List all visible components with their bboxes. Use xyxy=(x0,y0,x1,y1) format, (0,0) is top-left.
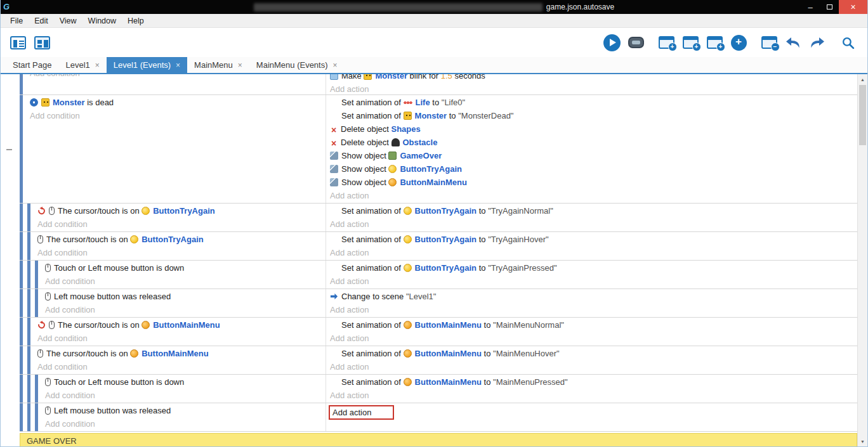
action-line[interactable]: Show object ButtonTryAgain xyxy=(330,162,857,176)
indent-bar[interactable] xyxy=(20,74,23,94)
condition-line[interactable]: The cursor/touch is on ButtonMainMenu xyxy=(37,318,326,332)
indent-bar[interactable] xyxy=(20,232,23,260)
templates-button[interactable] xyxy=(758,31,780,54)
condition-line[interactable]: The cursor/touch is on ButtonTryAgain xyxy=(37,204,326,217)
tab-level1[interactable]: Level1 × xyxy=(58,57,106,73)
indent-bar[interactable] xyxy=(20,346,23,374)
condition-line[interactable]: Left mouse button was released xyxy=(45,404,326,417)
add-event-button[interactable] xyxy=(655,31,677,54)
action-line[interactable]: Make Monster blink for 1.5 seconds xyxy=(330,74,857,82)
add-action[interactable]: Add action xyxy=(330,246,857,259)
action-line[interactable]: Show object ButtonMainMenu xyxy=(330,176,857,189)
indent-bar[interactable] xyxy=(35,289,38,317)
action-line[interactable]: ×Delete object Shapes xyxy=(330,122,857,136)
add-condition[interactable]: Add condition xyxy=(37,217,326,231)
indent-bar[interactable] xyxy=(20,261,23,288)
indent-bar[interactable] xyxy=(27,289,30,317)
minimize-button[interactable]: – xyxy=(801,0,820,14)
add-condition[interactable]: Add condition xyxy=(30,74,326,80)
condition-line[interactable]: The cursor/touch is on ButtonMainMenu xyxy=(37,347,326,360)
menu-view[interactable]: View xyxy=(54,14,82,28)
action-line[interactable]: Change to scene "Level1" xyxy=(330,290,857,303)
tab-mainmenu-events[interactable]: MainMenu (Events) × xyxy=(249,57,345,73)
add-action[interactable]: Add action xyxy=(330,389,857,402)
condition-line[interactable]: The cursor/touch is on ButtonTryAgain xyxy=(37,233,326,246)
condition-line[interactable]: Touch or Left mouse button is down xyxy=(45,375,326,389)
condition-line[interactable]: Touch or Left mouse button is down xyxy=(45,261,326,275)
debugger-button[interactable] xyxy=(625,31,647,54)
tab-close-icon[interactable]: × xyxy=(333,61,338,70)
add-condition[interactable]: Add condition xyxy=(37,246,326,259)
collapse-handle[interactable] xyxy=(6,149,12,150)
indent-bar[interactable] xyxy=(27,232,30,260)
add-condition[interactable]: Add condition xyxy=(45,275,326,288)
condition-line[interactable]: Left mouse button was released xyxy=(45,290,326,303)
menu-window[interactable]: Window xyxy=(82,14,122,28)
add-subevent-button[interactable] xyxy=(680,31,701,54)
indent-bar[interactable] xyxy=(20,95,23,203)
indent-bar[interactable] xyxy=(20,289,23,317)
add-condition[interactable]: Add condition xyxy=(30,109,326,122)
add-condition[interactable]: Add condition xyxy=(45,417,326,431)
indent-bar[interactable] xyxy=(20,375,23,403)
add-condition[interactable]: Add condition xyxy=(37,360,326,373)
tab-mainmenu[interactable]: MainMenu × xyxy=(187,57,249,73)
add-action[interactable]: Add action xyxy=(330,303,857,316)
add-condition[interactable]: Add condition xyxy=(37,332,326,345)
add-action[interactable]: Add action xyxy=(330,82,857,95)
scroll-up-button[interactable]: ▲ xyxy=(858,74,867,84)
add-new-button[interactable] xyxy=(728,31,749,54)
action-line[interactable]: Set animation of ButtonMainMenu to "Main… xyxy=(330,347,857,360)
action-line[interactable]: Set animation of ButtonTryAgain to "TryA… xyxy=(330,204,857,217)
indent-bar[interactable] xyxy=(20,318,23,346)
menu-file[interactable]: File xyxy=(4,14,29,28)
indent-bar[interactable] xyxy=(35,375,38,403)
maximize-button[interactable] xyxy=(820,0,839,14)
menu-edit[interactable]: Edit xyxy=(29,14,54,28)
redo-button[interactable] xyxy=(806,31,828,54)
add-comment-button[interactable] xyxy=(704,31,725,54)
add-action[interactable]: Add action xyxy=(330,275,857,288)
preview-play-button[interactable] xyxy=(601,31,622,54)
add-action-highlighted[interactable]: Add action xyxy=(329,405,394,420)
tab-level1-events[interactable]: Level1 (Events) × xyxy=(107,57,187,73)
action-line[interactable]: Set animation of ButtonMainMenu to "Main… xyxy=(330,375,857,389)
add-action[interactable]: Add action xyxy=(330,189,857,202)
add-condition[interactable]: Add condition xyxy=(45,389,326,402)
action-line[interactable]: Set animation of Monster to "MonsterDead… xyxy=(330,109,857,122)
close-button[interactable]: × xyxy=(839,0,867,14)
action-line[interactable]: Set animation of ButtonTryAgain to "TryA… xyxy=(330,233,857,246)
tab-close-icon[interactable]: × xyxy=(238,61,242,70)
action-line[interactable]: Set animation of ButtonMainMenu to "Main… xyxy=(330,318,857,332)
add-action[interactable]: Add action xyxy=(330,217,857,231)
tab-close-icon[interactable]: × xyxy=(95,61,100,70)
scroll-down-button[interactable]: ▼ xyxy=(858,436,867,446)
indent-bar[interactable] xyxy=(27,261,30,288)
indent-bar[interactable] xyxy=(20,403,23,431)
objects-editor-button[interactable] xyxy=(31,31,53,54)
tab-start-page[interactable]: Start Page xyxy=(6,57,58,73)
menu-help[interactable]: Help xyxy=(122,14,150,28)
comment-row[interactable]: GAME OVER xyxy=(20,433,857,446)
indent-bar[interactable] xyxy=(27,346,30,374)
scroll-thumb[interactable] xyxy=(859,85,866,145)
indent-bar[interactable] xyxy=(35,403,38,431)
add-action[interactable]: Add action xyxy=(330,332,857,345)
action-line[interactable]: Show object GameOver xyxy=(330,149,857,162)
undo-button[interactable] xyxy=(782,31,804,54)
vertical-scrollbar[interactable]: ▲ ▼ xyxy=(857,74,867,446)
indent-bar[interactable] xyxy=(35,261,38,288)
search-button[interactable] xyxy=(837,31,858,54)
add-action[interactable]: Add action xyxy=(330,360,857,373)
indent-bar[interactable] xyxy=(27,318,30,346)
add-condition[interactable]: Add condition xyxy=(45,303,326,316)
indent-bar[interactable] xyxy=(27,375,30,403)
action-line[interactable]: Set animation of ButtonTryAgain to "TryA… xyxy=(330,261,857,275)
tab-close-icon[interactable]: × xyxy=(176,61,180,70)
action-line[interactable]: Set animation of Life to "Life0" xyxy=(330,96,857,109)
condition-line[interactable]: Monster is dead xyxy=(30,96,326,109)
action-line[interactable]: ×Delete object Obstacle xyxy=(330,136,857,149)
project-manager-button[interactable] xyxy=(7,31,29,54)
indent-bar[interactable] xyxy=(27,403,30,431)
indent-bar[interactable] xyxy=(20,204,23,231)
